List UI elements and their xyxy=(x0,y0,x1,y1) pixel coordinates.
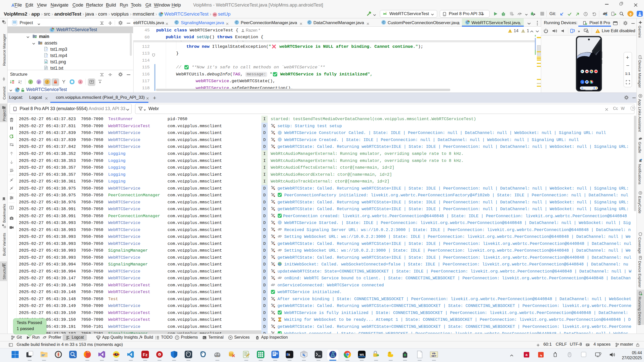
svg-text:100: 100 xyxy=(596,38,598,40)
svg-text:C: C xyxy=(176,21,178,24)
svg-text:C: C xyxy=(383,21,385,24)
svg-text:NET: NET xyxy=(432,354,436,357)
svg-text:z: z xyxy=(20,82,22,84)
svg-text:C: C xyxy=(466,21,469,24)
svg-text:5:43: 5:43 xyxy=(579,38,582,40)
svg-text:C: C xyxy=(51,28,53,32)
svg-text:G: G xyxy=(581,87,583,89)
svg-text:WS: WS xyxy=(359,353,364,356)
svg-text:Fz: Fz xyxy=(143,352,148,357)
svg-text:C: C xyxy=(160,13,162,16)
svg-text:fz: fz xyxy=(158,353,160,356)
svg-text:?: ? xyxy=(46,55,48,58)
svg-text:C: C xyxy=(16,88,18,92)
svg-text:Tue, Feb 27: Tue, Feb 27 xyxy=(580,52,589,54)
svg-text:?: ? xyxy=(46,49,48,51)
svg-text:C: C xyxy=(308,21,311,24)
svg-text:C: C xyxy=(236,21,238,24)
